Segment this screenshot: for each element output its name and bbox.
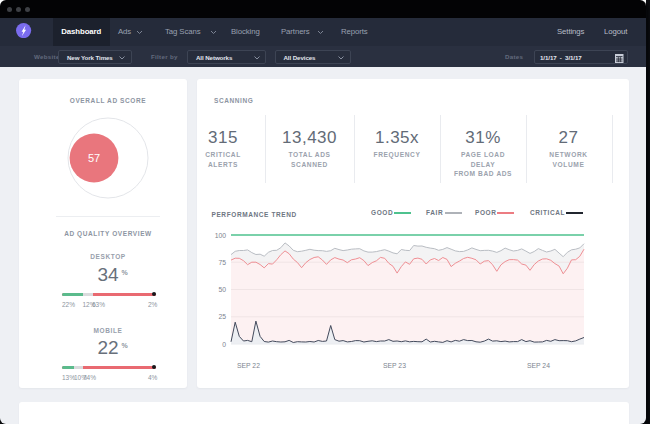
svg-text:57: 57 bbox=[88, 152, 100, 164]
